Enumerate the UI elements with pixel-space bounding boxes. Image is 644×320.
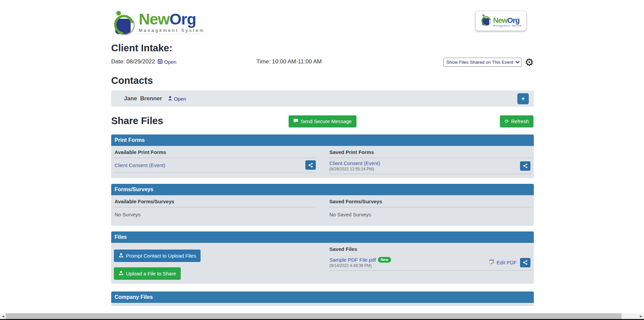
files-actions-column: Prompt Contact to Upload Files Upload a … (114, 243, 316, 280)
files-header: Files (111, 231, 534, 243)
contact-open-link[interactable]: Open (168, 96, 186, 102)
print-forms-panel: Print Forms Available Print Forms Client… (111, 135, 534, 178)
share-files-row: Share Files Send Secure Message ⟳ Refres… (111, 115, 534, 129)
forms-surveys-header: Forms/Surveys (111, 184, 534, 195)
contact-name: Jane Brenner (124, 95, 162, 102)
contacts-heading: Contacts (111, 75, 534, 86)
edit-pdf-link[interactable]: Edit PDF (489, 259, 517, 266)
scrollbar-thumb[interactable] (6, 313, 621, 319)
print-form-link[interactable]: Client Consent (Event) (115, 162, 165, 168)
saved-forms-header: Saved Forms/Surveys (329, 195, 531, 207)
contact-open-label: Open (174, 96, 186, 102)
share-icon (523, 260, 528, 265)
neworg-home-button[interactable]: NewOrg Management System (475, 11, 526, 31)
available-print-forms-header: Available Print Forms (114, 146, 316, 158)
available-forms-column: Available Forms/Surveys No Surveys (114, 195, 316, 222)
saved-files-header: Saved Files (329, 243, 531, 255)
upload-file-to-share-button[interactable]: Upload a File to Share (114, 267, 181, 280)
forms-surveys-panel: Forms/Surveys Available Forms/Surveys No… (111, 184, 534, 226)
share-icon (523, 163, 528, 168)
send-secure-message-button[interactable]: Send Secure Message (289, 115, 356, 127)
scroll-left-arrow[interactable]: ◄ (0, 313, 6, 319)
files-filter-select[interactable]: Show Files Shared on This Event (443, 58, 522, 67)
upload-icon (119, 270, 124, 277)
refresh-icon: ⟳ (505, 118, 509, 124)
files-panel: Files Prompt Contact to Upload Files (111, 231, 534, 284)
share-icon (308, 163, 313, 168)
event-date: Date: 08/29/2022 Open (111, 58, 176, 65)
edit-pdf-icon (489, 259, 495, 266)
refresh-button[interactable]: ⟳ Refresh (500, 115, 533, 127)
no-saved-surveys-text: No Saved Surveys (329, 207, 531, 222)
date-value: Date: 08/29/2022 (111, 58, 155, 65)
saved-file-link[interactable]: Sample PDF File.pdf (330, 257, 376, 263)
scroll-right-arrow[interactable]: ► (638, 313, 644, 319)
date-open-label: Open (164, 59, 176, 65)
chat-icon (293, 118, 298, 124)
available-forms-header: Available Forms/Surveys (114, 195, 316, 207)
saved-print-forms-column: Saved Print Forms Client Consent (Event)… (329, 146, 531, 174)
new-badge: New (378, 257, 391, 263)
print-forms-header: Print Forms (111, 135, 534, 146)
main-content: NewOrg Management System NewOrg Manageme… (111, 0, 534, 306)
logo-tagline: Management System (139, 28, 205, 34)
available-print-forms-column: Available Print Forms Client Consent (Ev… (114, 146, 316, 174)
files-filter-value: Show Files Shared on This Event (446, 60, 513, 65)
files-filter-group: Show Files Shared on This Event ⚙ (443, 58, 534, 67)
date-open-link[interactable]: Open (158, 59, 176, 65)
upload-icon (119, 253, 124, 259)
share-files-heading: Share Files (111, 115, 163, 126)
share-saved-file-button[interactable] (520, 258, 530, 267)
neworg-logo-icon-small (480, 13, 492, 28)
saved-print-form-timestamp: (8/29/2022 12:55:24 PM) (330, 167, 380, 171)
saved-print-form-row: Client Consent (Event) (8/29/2022 12:55:… (329, 158, 531, 174)
saved-file-row: Sample PDF File.pdf New (9/14/2022 4:49:… (329, 255, 531, 271)
share-saved-print-form-button[interactable] (520, 161, 530, 171)
share-print-form-button[interactable] (305, 160, 316, 170)
plus-icon: + (521, 95, 525, 102)
add-contact-button[interactable]: + (517, 93, 529, 104)
logo-wordmark: NewOrg (139, 11, 205, 27)
chevron-down-icon (516, 61, 519, 64)
saved-print-forms-header: Saved Print Forms (329, 146, 531, 158)
company-files-header: Company Files (111, 291, 534, 303)
calendar-icon (158, 59, 163, 65)
page-title: Client Intake: (111, 43, 534, 54)
event-meta-row: Date: 08/29/2022 Open Time: 10:00 AM-11:… (111, 58, 534, 68)
saved-file-timestamp: (9/14/2022 4:49:39 PM) (330, 263, 391, 268)
event-time: Time: 10:00 AM-11:00 AM (256, 58, 322, 65)
saved-forms-column: Saved Forms/Surveys No Saved Surveys (329, 195, 531, 222)
contact-row: Jane Brenner Open + (111, 91, 534, 107)
saved-files-column: Saved Files Sample PDF File.pdf New (9/1… (329, 243, 531, 280)
saved-print-form-link[interactable]: Client Consent (Event) (330, 160, 380, 166)
company-files-panel: Company Files (111, 291, 534, 306)
horizontal-scrollbar[interactable]: ◄ ► (0, 313, 644, 319)
prompt-contact-upload-button[interactable]: Prompt Contact to Upload Files (114, 250, 201, 262)
print-form-row: Client Consent (Event) (114, 158, 316, 172)
no-surveys-text: No Surveys (114, 207, 316, 222)
neworg-logo: NewOrg Management System (111, 9, 205, 38)
gear-icon[interactable]: ⚙ (525, 58, 534, 67)
neworg-logo-icon (111, 9, 137, 38)
header-bar: NewOrg Management System NewOrg Manageme… (111, 0, 534, 38)
user-icon (168, 96, 172, 102)
